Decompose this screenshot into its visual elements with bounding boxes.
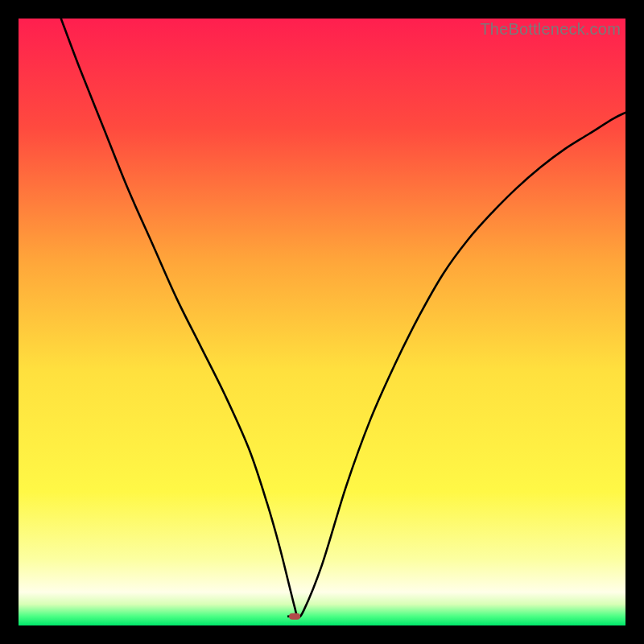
bottleneck-plot [19, 19, 625, 625]
watermark-text: TheBottleneck.com [480, 20, 621, 39]
chart-frame: TheBottleneck.com [19, 19, 625, 625]
optimal-marker [289, 613, 300, 620]
gradient-background [19, 19, 625, 625]
